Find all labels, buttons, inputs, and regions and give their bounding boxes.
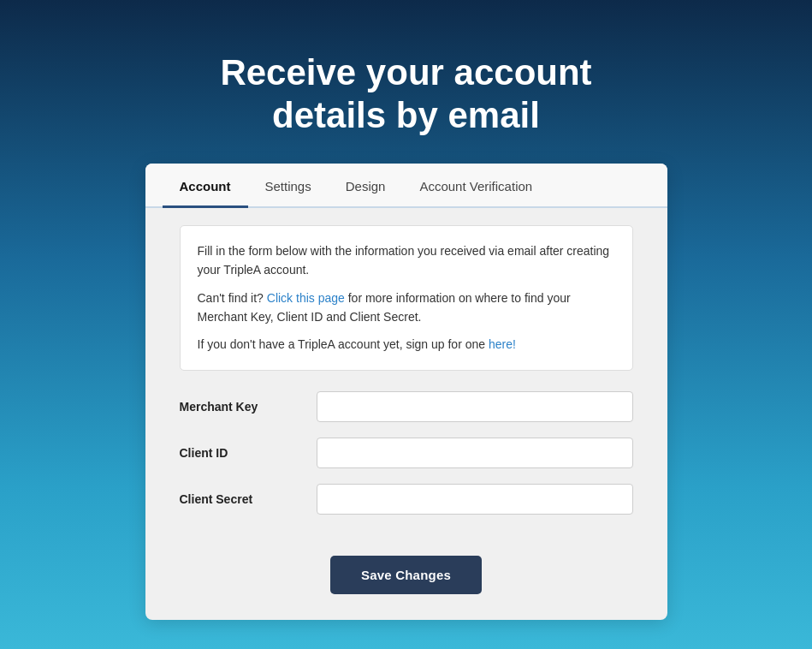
merchant-key-label: Merchant Key: [180, 400, 317, 414]
info-line2: Can't find it? Click this page for more …: [198, 289, 615, 327]
signup-here-link[interactable]: here!: [489, 337, 516, 351]
client-id-label: Client ID: [180, 446, 317, 460]
tab-bar: Account Settings Design Account Verifica…: [145, 164, 667, 208]
card-footer: Save Changes: [145, 556, 667, 594]
tab-design[interactable]: Design: [329, 164, 403, 208]
save-button[interactable]: Save Changes: [330, 556, 482, 594]
info-line3: If you don't have a TripleA account yet,…: [198, 335, 615, 354]
settings-card: Account Settings Design Account Verifica…: [145, 164, 667, 620]
client-secret-label: Client Secret: [180, 492, 317, 506]
client-secret-input[interactable]: [317, 484, 633, 515]
info-line1: Fill in the form below with the informat…: [198, 241, 615, 280]
tab-settings[interactable]: Settings: [248, 164, 329, 208]
client-secret-row: Client Secret: [180, 484, 633, 515]
tab-account-verification[interactable]: Account Verification: [402, 164, 549, 208]
client-id-input[interactable]: [317, 438, 633, 468]
merchant-key-row: Merchant Key: [180, 391, 633, 422]
merchant-key-input[interactable]: [317, 391, 633, 422]
page-title: Receive your account details by email: [220, 51, 591, 138]
click-this-page-link[interactable]: Click this page: [267, 291, 345, 305]
info-box: Fill in the form below with the informat…: [180, 225, 633, 371]
tab-account[interactable]: Account: [163, 164, 248, 208]
client-id-row: Client ID: [180, 438, 633, 468]
card-body: Fill in the form below with the informat…: [145, 208, 667, 539]
